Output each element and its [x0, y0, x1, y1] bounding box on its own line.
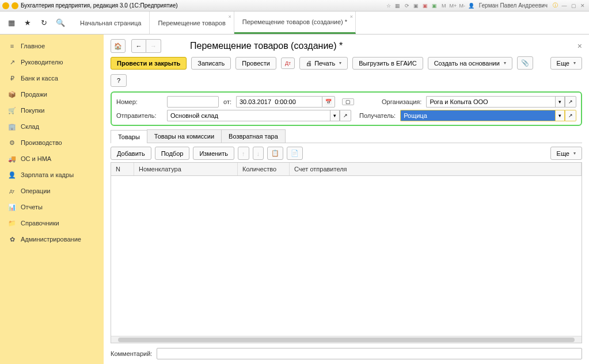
col-n[interactable]: N — [111, 163, 134, 175]
date-input[interactable] — [236, 96, 322, 108]
print-button[interactable]: 🖨 Печать — [299, 57, 348, 70]
more-button[interactable]: Еще — [550, 57, 582, 70]
tb-icon[interactable]: ☆ — [385, 2, 393, 10]
app-icon — [2, 2, 9, 9]
info-icon[interactable]: ⓘ — [551, 2, 559, 10]
tb-icon[interactable]: M+ — [449, 2, 457, 10]
org-label: Организация: — [382, 98, 421, 105]
sidebar-item-manager[interactable]: ↗Руководителю — [0, 54, 104, 70]
menu-icon: ≡ — [8, 42, 16, 50]
search-icon[interactable]: 🔍 — [56, 18, 65, 28]
user-icon: 👤 — [468, 2, 476, 10]
dropdown-icon[interactable]: ▾ — [555, 96, 565, 108]
open-icon[interactable]: ↗ — [565, 110, 576, 121]
star-icon[interactable]: ★ — [23, 18, 32, 28]
egais-button[interactable]: Выгрузить в ЕГАИС — [352, 57, 423, 70]
subtab-returnable[interactable]: Возвратная тара — [221, 129, 286, 143]
subtabs: Товары Товары на комиссии Возвратная тар… — [111, 129, 582, 143]
open-icon[interactable]: ↗ — [340, 110, 351, 121]
comment-input[interactable] — [157, 348, 582, 359]
back-button[interactable]: ← — [131, 39, 146, 53]
attach-button[interactable]: 📎 — [517, 56, 533, 70]
truck-icon: 🚚 — [8, 155, 16, 163]
ruble-icon: ₽ — [8, 74, 16, 82]
person-icon: 👤 — [8, 171, 16, 179]
tb-icon[interactable]: ⟳ — [403, 2, 411, 10]
maximize-icon[interactable]: ▢ — [569, 2, 577, 10]
sender-label: Отправитель: — [116, 112, 162, 119]
tb-icon[interactable]: ▣ — [412, 2, 420, 10]
close-icon[interactable]: × — [577, 41, 582, 51]
post-close-button[interactable]: Провести и закрыть — [111, 57, 187, 70]
sidebar-item-sales[interactable]: 📦Продажи — [0, 86, 104, 102]
col-account[interactable]: Счет отправителя — [290, 163, 582, 175]
sidebar-item-assets[interactable]: 🚚ОС и НМА — [0, 151, 104, 167]
cog-icon: ✿ — [8, 235, 16, 243]
home-button[interactable]: 🏠 — [111, 39, 126, 53]
box-icon: 📦 — [8, 90, 16, 98]
minimize-icon[interactable]: — — [560, 2, 568, 10]
tb-icon[interactable]: ▣ — [421, 2, 430, 10]
close-icon[interactable]: × — [229, 14, 231, 20]
post-button[interactable]: Провести — [235, 57, 276, 70]
sender-input[interactable] — [167, 110, 330, 121]
dropdown-icon[interactable]: ▾ — [555, 110, 565, 121]
chart-icon: ↗ — [8, 58, 16, 66]
grid-body[interactable] — [111, 176, 582, 336]
header-fields-box: Номер: от: 📅 ▢ Организация: ▾ ↗ Отправит… — [111, 91, 582, 126]
forward-button[interactable]: → — [146, 39, 161, 53]
sidebar-item-production[interactable]: ⚙Производство — [0, 135, 104, 151]
org-input[interactable] — [426, 96, 555, 108]
subtab-goods[interactable]: Товары — [111, 130, 147, 143]
tb-icon[interactable]: ▦ — [394, 2, 402, 10]
number-input[interactable] — [167, 96, 219, 108]
apps-icon[interactable]: ▦ — [7, 18, 16, 28]
close-icon[interactable]: × — [350, 14, 353, 20]
sidebar-item-admin[interactable]: ✿Администрирование — [0, 231, 104, 247]
copy-button[interactable]: 📋 — [267, 147, 283, 160]
calendar-icon[interactable]: 📅 — [322, 96, 335, 108]
grid-more-button[interactable]: Еще — [550, 147, 582, 160]
sidebar-item-purchases[interactable]: 🛒Покупки — [0, 102, 104, 118]
sidebar-item-bank[interactable]: ₽Банк и касса — [0, 70, 104, 86]
up-button[interactable]: ↑ — [238, 147, 249, 160]
edit-button[interactable]: Изменить — [193, 147, 234, 160]
dk-button[interactable]: Дт — [281, 58, 295, 69]
col-quantity[interactable]: Количество — [238, 163, 290, 175]
dropdown-icon[interactable]: ▾ — [330, 110, 340, 121]
create-based-button[interactable]: Создать на основании — [428, 57, 512, 70]
sidebar: ≡Главное ↗Руководителю ₽Банк и касса 📦Пр… — [0, 35, 104, 364]
receiver-label: Получатель: — [359, 112, 396, 119]
paste-button[interactable]: 📄 — [287, 147, 303, 160]
down-button[interactable]: ↓ — [253, 147, 264, 160]
sidebar-item-warehouse[interactable]: 🏢Склад — [0, 118, 104, 135]
sidebar-item-payroll[interactable]: 👤Зарплата и кадры — [0, 167, 104, 183]
open-icon[interactable]: ↗ — [565, 96, 576, 108]
sidebar-item-catalogs[interactable]: 📁Справочники — [0, 215, 104, 231]
add-button[interactable]: Добавить — [111, 147, 151, 160]
subtab-commission[interactable]: Товары на комиссии — [147, 129, 222, 143]
help-button[interactable]: ? — [111, 74, 127, 87]
sidebar-item-reports[interactable]: 📊Отчеты — [0, 199, 104, 215]
topbar: ▦ ★ ↻ 🔍 Начальная страница Перемещение т… — [0, 12, 589, 35]
tb-icon[interactable]: ▣ — [431, 2, 439, 10]
col-nomenclature[interactable]: Номенклатура — [134, 163, 238, 175]
history-icon[interactable]: ↻ — [40, 18, 49, 28]
close-icon[interactable]: ✕ — [579, 2, 587, 10]
receiver-input[interactable] — [400, 110, 555, 121]
app-icon-2 — [12, 2, 18, 9]
tab-move-items[interactable]: Перемещение товаров× — [150, 12, 234, 34]
tab-move-items-create[interactable]: Перемещение товаров (создание) *× — [234, 12, 356, 34]
sidebar-item-main[interactable]: ≡Главное — [0, 38, 104, 54]
scrollbar[interactable] — [111, 336, 582, 343]
tb-icon[interactable]: M- — [458, 2, 466, 10]
write-button[interactable]: Записать — [191, 57, 231, 70]
cart-icon: 🛒 — [8, 106, 16, 114]
sidebar-item-operations[interactable]: ДтОперации — [0, 183, 104, 199]
pick-button[interactable]: Подбор — [155, 147, 190, 160]
tab-home[interactable]: Начальная страница — [72, 12, 150, 34]
extra-button[interactable]: ▢ — [342, 98, 354, 105]
titlebar: Бухгалтерия предприятия, редакция 3.0 (1… — [0, 0, 589, 12]
tb-icon[interactable]: M — [440, 2, 448, 10]
folder-icon: 📁 — [8, 219, 16, 227]
